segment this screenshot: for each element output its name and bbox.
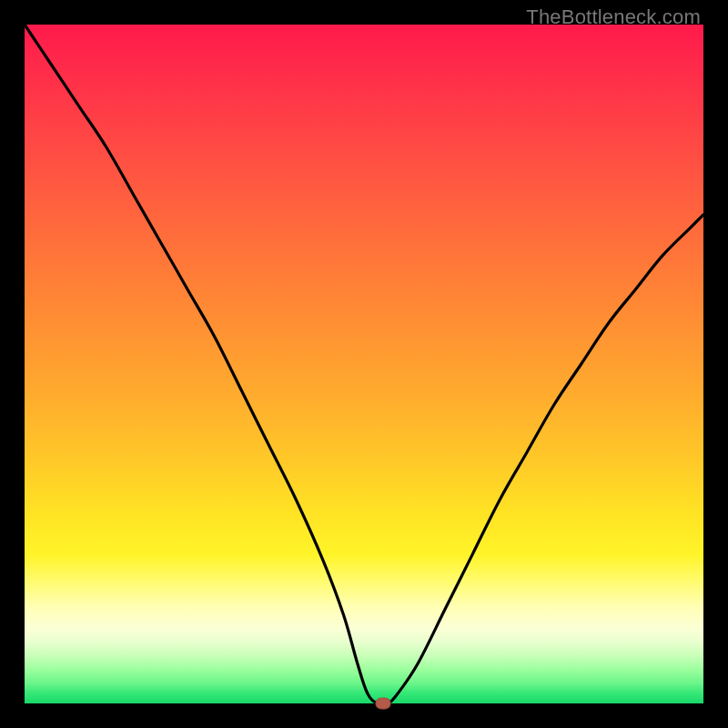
watermark-text: TheBottleneck.com — [526, 5, 701, 29]
optimum-marker — [375, 698, 390, 710]
chart-frame: TheBottleneck.com — [0, 0, 728, 728]
bottleneck-curve — [25, 25, 703, 703]
plot-area — [25, 25, 703, 703]
